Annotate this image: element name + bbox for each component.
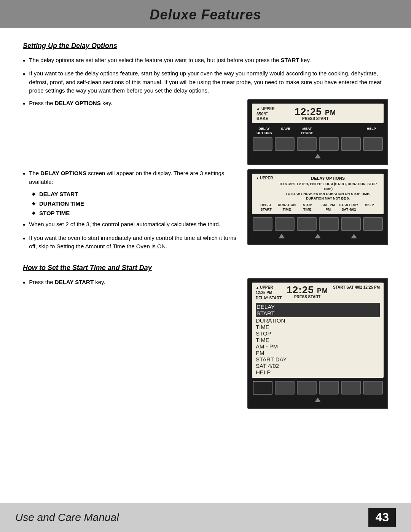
arrow-row-3 xyxy=(252,398,384,402)
main-content: Setting Up the Delay Options • The delay… xyxy=(0,28,411,420)
bullet-symbol: • xyxy=(23,70,25,79)
key-btn-1[interactable] xyxy=(253,137,272,151)
diamond-icon: ◆ xyxy=(32,191,35,197)
bullet1-text: The delay options are set after you sele… xyxy=(29,56,311,65)
temp-display: 350°F xyxy=(256,112,274,116)
up-arrow-1 xyxy=(279,234,285,238)
key-buttons-2 xyxy=(252,217,384,231)
mode-display: BAKE xyxy=(256,116,274,121)
key-btn-d4[interactable] xyxy=(319,217,339,231)
key-labels-1: DELAYOPTIONS SAVE MEATPROBE HELP xyxy=(252,126,384,136)
display3-text: • Press the DELAY START key. xyxy=(23,278,238,291)
start-day-display: START SAT 4/02 12:25 PM xyxy=(333,285,380,290)
key-btn-d5[interactable] xyxy=(341,217,361,231)
page-footer: Use and Care Manual 43 xyxy=(0,503,411,532)
display1-img: ▲ UPPER 350°F BAKE xyxy=(247,99,388,166)
page-title: Deluxe Features xyxy=(0,7,411,23)
key-btn-d2[interactable] xyxy=(275,217,295,231)
key-btn-d6[interactable] xyxy=(363,217,383,231)
section2: How to Set the Start Time and Start Day … xyxy=(23,264,388,409)
bullet-symbol: • xyxy=(23,235,25,243)
arrow-row-1 xyxy=(252,154,384,158)
key-btn-3[interactable] xyxy=(297,137,317,151)
oven-display-2: ▲ UPPER DELAY OPTIONS TO START LATER, EN… xyxy=(247,169,388,245)
bullet-symbol: • xyxy=(23,279,25,288)
key-btn-ds2[interactable] xyxy=(275,381,295,395)
do-key-labels: DELAYSTART DURATIONTIME STOPTIME AM - PM… xyxy=(256,203,380,212)
section1: Setting Up the Delay Options • The delay… xyxy=(23,42,388,255)
section1-bullets: • The delay options are set after you se… xyxy=(23,56,388,95)
footer-page-number: 43 xyxy=(368,508,396,527)
display2-text: • The DELAY OPTIONS screen will appear o… xyxy=(23,169,238,254)
key-btn-d1[interactable] xyxy=(253,217,272,231)
time-main: 12:25 PM xyxy=(287,285,328,295)
key-btn-ds6[interactable] xyxy=(363,381,383,395)
key-buttons-3 xyxy=(252,381,384,395)
up-arrow-2 xyxy=(315,234,321,238)
up-arrow-3 xyxy=(351,234,357,238)
bullet-symbol: • xyxy=(23,100,25,109)
bullet-symbol: • xyxy=(23,57,25,66)
display3-row: • Press the DELAY START key. ▲ xyxy=(23,278,388,409)
key-btn-5[interactable] xyxy=(341,137,361,151)
time-display: 12:25 PM xyxy=(295,107,336,117)
section2-heading: How to Set the Start Time and Start Day xyxy=(23,264,388,272)
delay-options-screen: ▲ UPPER DELAY OPTIONS TO START LATER, EN… xyxy=(252,174,384,214)
oven-display-1: ▲ UPPER 350°F BAKE xyxy=(247,99,388,166)
bullet1: • The delay options are set after you se… xyxy=(23,56,388,66)
display3-img: ▲ UPPER 12:25 PM DELAY START 12:25 PM xyxy=(247,278,388,409)
bullet2-text: If you want to use the delay options fea… xyxy=(29,69,388,95)
display2-img: ▲ UPPER DELAY OPTIONS TO START LATER, EN… xyxy=(247,169,388,245)
arrow-row-2 xyxy=(252,234,384,238)
key-btn-ds1[interactable] xyxy=(253,381,272,395)
key-btn-ds4[interactable] xyxy=(319,381,339,395)
key-btn-4[interactable] xyxy=(319,137,339,151)
bullet2: • If you want to use the delay options f… xyxy=(23,69,388,95)
display2-row: • The DELAY OPTIONS screen will appear o… xyxy=(23,169,388,254)
key-buttons-1 xyxy=(252,137,384,151)
diamond-list: ◆DELAY START ◆DURATION TIME ◆STOP TIME xyxy=(32,190,238,217)
display1-screen: ▲ UPPER 350°F BAKE xyxy=(252,104,384,123)
triangle-icon: ▲ xyxy=(256,107,260,110)
diamond-icon: ◆ xyxy=(32,210,35,216)
key-btn-ds5[interactable] xyxy=(341,381,361,395)
bullet-symbol: • xyxy=(23,170,25,179)
up-arrow-ds xyxy=(315,398,321,402)
page-header: Deluxe Features xyxy=(0,0,411,28)
key-btn-d3[interactable] xyxy=(297,217,317,231)
ds-key-labels: DELAYSTART DURATIONTIME STOPTIME AM - PM… xyxy=(256,303,380,375)
footer-title: Use and Care Manual xyxy=(15,511,119,524)
section1-heading: Setting Up the Delay Options xyxy=(23,42,388,50)
bullet-symbol: • xyxy=(23,221,25,230)
display1-row: • Press the DELAY OPTIONS key. ▲ xyxy=(23,99,388,166)
display1-text: • Press the DELAY OPTIONS key. xyxy=(23,99,238,112)
oven-display-3: ▲ UPPER 12:25 PM DELAY START 12:25 PM xyxy=(247,278,388,409)
delay-start-screen: ▲ UPPER 12:25 PM DELAY START 12:25 PM xyxy=(252,283,384,378)
key-btn-ds3[interactable] xyxy=(297,381,317,395)
key-btn-2[interactable] xyxy=(275,137,295,151)
diamond-icon: ◆ xyxy=(32,200,35,207)
up-arrow xyxy=(315,154,321,158)
key-btn-6[interactable] xyxy=(363,137,383,151)
